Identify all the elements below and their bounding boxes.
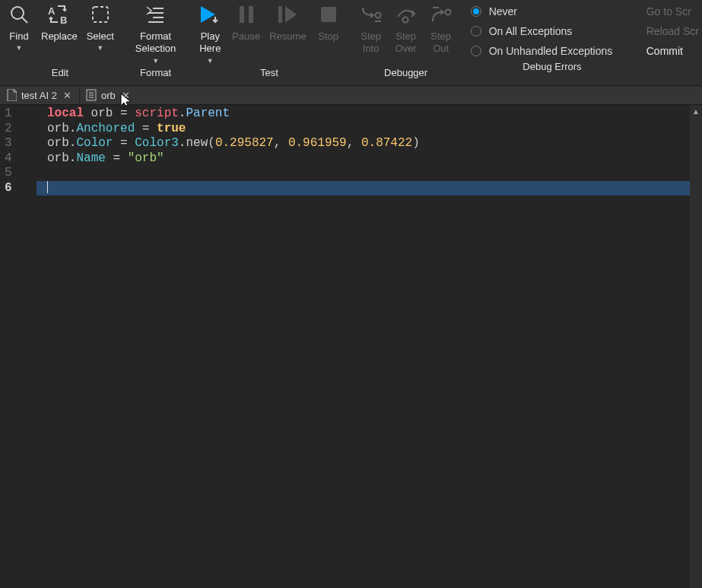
resume-icon: [275, 2, 300, 27]
svg-rect-12: [278, 6, 282, 23]
stop-label: Stop: [318, 30, 338, 43]
play-here-button[interactable]: Play Here ▼: [192, 0, 227, 65]
debug-errors-never-label: Never: [489, 5, 517, 17]
step-into-icon: [358, 2, 384, 27]
ribbon-group-debugger: Step Into Step Over Step Out Debugger: [352, 0, 460, 85]
tab-test-ai-2[interactable]: test AI 2 ✕: [0, 86, 79, 104]
debug-errors-on-unhandled[interactable]: On Unhandled Exceptions: [471, 45, 613, 57]
debug-errors-on-all[interactable]: On All Exceptions: [471, 25, 613, 37]
line-number: 6: [0, 181, 37, 196]
replace-label: Replace: [41, 30, 78, 43]
line-number-gutter: 1 2 3 4 5 6: [0, 105, 37, 588]
ribbon-group-format: Format Selection ▼ Format: [129, 0, 182, 85]
find-button[interactable]: Find ▼: [2, 0, 37, 52]
svg-line-1: [22, 17, 27, 23]
format-icon: [143, 2, 169, 27]
ribbon-toolbar: Find ▼ AB Replace Select ▼ Edit: [0, 0, 702, 85]
step-out-button: Step Out: [424, 0, 459, 56]
stop-button: Stop: [311, 0, 346, 43]
play-icon: [197, 2, 223, 27]
scroll-up-icon[interactable]: ▲: [690, 105, 702, 117]
replace-button[interactable]: AB Replace: [37, 0, 82, 43]
vertical-scrollbar[interactable]: ▲: [690, 105, 702, 588]
debug-errors-on-all-label: On All Exceptions: [489, 25, 573, 37]
step-over-button: Step Over: [389, 0, 424, 56]
code-editor[interactable]: 1 2 3 4 5 6 local orb = script.Parent or…: [0, 105, 702, 588]
ribbon-group-edit: Find ▼ AB Replace Select ▼ Edit: [0, 0, 120, 85]
svg-rect-11: [249, 6, 253, 23]
ribbon-group-test: Play Here ▼ Pause Resume Stop: [191, 0, 347, 85]
radio-selected-icon: [471, 6, 481, 17]
code-line[interactable]: [37, 166, 702, 181]
group-label-debugger: Debugger: [354, 67, 459, 80]
chevron-down-icon: ▼: [152, 57, 159, 65]
svg-rect-10: [240, 6, 244, 23]
chevron-down-icon: ▼: [207, 57, 214, 65]
line-number: 5: [0, 166, 37, 181]
reload-script-button: Reload Scr: [646, 25, 699, 37]
step-out-icon: [428, 2, 454, 27]
tab-orb[interactable]: orb ✕: [79, 86, 138, 104]
find-label: Find: [9, 30, 28, 43]
close-icon[interactable]: ✕: [62, 90, 73, 101]
select-button[interactable]: Select ▼: [82, 0, 119, 52]
code-line[interactable]: orb.Anchored = true: [37, 122, 702, 137]
format-selection-label: Format Selection: [135, 30, 176, 56]
line-number: 1: [0, 106, 37, 122]
play-here-label: Play Here: [199, 30, 221, 56]
replace-icon: AB: [46, 2, 72, 27]
stop-icon: [316, 2, 341, 27]
group-label-debug-errors: Debug Errors: [462, 61, 613, 74]
script-icon: [86, 89, 97, 101]
svg-point-17: [445, 10, 450, 15]
line-number: 4: [0, 151, 37, 167]
code-line[interactable]: orb.Name = "orb": [37, 151, 702, 167]
pause-button: Pause: [227, 0, 265, 43]
group-label-test: Test: [192, 67, 345, 80]
resume-label: Resume: [269, 30, 306, 43]
ribbon-right-actions: Go to Scr Reload Scr Commit: [646, 0, 702, 61]
pause-icon: [233, 2, 259, 27]
code-area[interactable]: local orb = script.Parent orb.Anchored =…: [37, 105, 702, 588]
resume-button: Resume: [265, 0, 310, 43]
svg-rect-4: [93, 7, 108, 22]
group-label-edit: Edit: [2, 67, 119, 80]
step-into-label: Step Into: [361, 30, 381, 56]
svg-text:A: A: [48, 5, 56, 17]
local-script-icon: [6, 89, 17, 101]
search-icon: [6, 2, 32, 27]
code-line-current[interactable]: [37, 181, 702, 196]
code-line[interactable]: orb.Color = Color3.new(0.295827, 0.96195…: [37, 136, 702, 151]
tab-label: test AI 2: [21, 90, 57, 101]
go-to-script-button: Go to Scr: [646, 5, 691, 17]
svg-point-0: [11, 7, 24, 19]
svg-point-16: [402, 17, 408, 23]
chevron-down-icon: ▼: [97, 44, 103, 52]
text-caret: [47, 181, 48, 193]
ribbon-group-debug-errors: Never On All Exceptions On Unhandled Exc…: [460, 0, 615, 85]
debug-errors-on-unhandled-label: On Unhandled Exceptions: [489, 45, 613, 57]
tab-label: orb: [101, 90, 116, 101]
select-label: Select: [87, 30, 114, 43]
line-number: 3: [0, 136, 37, 151]
svg-point-14: [375, 13, 380, 18]
select-icon: [87, 2, 113, 27]
debug-errors-never[interactable]: Never: [471, 5, 613, 17]
tab-bar: test AI 2 ✕ orb ✕: [0, 85, 702, 105]
format-selection-button[interactable]: Format Selection ▼: [131, 0, 180, 65]
radio-icon: [471, 26, 481, 37]
commit-button[interactable]: Commit: [646, 45, 683, 57]
step-into-button: Step Into: [354, 0, 389, 56]
step-over-icon: [393, 2, 419, 27]
svg-rect-13: [321, 7, 336, 22]
close-icon[interactable]: ✕: [120, 90, 132, 101]
step-out-label: Step Out: [430, 30, 451, 56]
svg-text:B: B: [60, 14, 67, 25]
line-number: 2: [0, 122, 37, 137]
radio-icon: [471, 46, 481, 56]
pause-label: Pause: [232, 30, 260, 43]
group-label-format: Format: [131, 67, 180, 80]
step-over-label: Step Over: [395, 30, 417, 56]
chevron-down-icon: ▼: [16, 44, 23, 52]
code-line[interactable]: local orb = script.Parent: [37, 106, 702, 122]
